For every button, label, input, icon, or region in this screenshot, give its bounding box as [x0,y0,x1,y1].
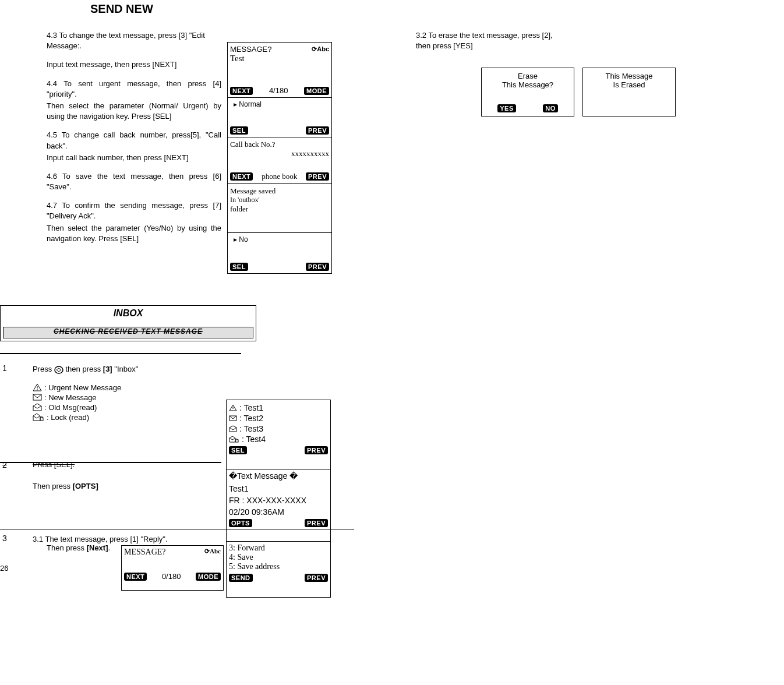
softkey-mode[interactable]: MODE [304,87,329,95]
step-2-number: 2 [2,460,7,469]
screen-inbox-list: : Test1 : Test2 : Test3 : Test4 SEL PREV [226,400,331,469]
softkey-next[interactable]: NEXT [124,573,147,581]
page-number: 26 [0,564,8,573]
step1-label: "Inbox" [114,365,138,373]
msg-line1: �Text Message � [229,471,328,481]
softkey-yes[interactable]: YES [497,104,516,112]
step-1-number: 1 [2,363,7,373]
old-msg-icon [33,403,42,411]
softkey-no[interactable]: NO [543,104,558,112]
message-body: Test [230,54,329,63]
nav-key-icon [54,365,63,374]
inbox-section: INBOX CHECKING RECEIVED TEXT MESSAGE [0,305,256,341]
phone-screens: MESSAGE? ⟳Abc Test NEXT 4/180 MODE ▸ Nor… [227,42,332,274]
erased-line1: This Message [606,72,653,80]
softkey-prev[interactable]: PREV [305,574,328,582]
step3-dot: . [108,543,111,552]
legend-old: : Old Msg(read) [44,403,97,412]
legend-lock: : Lock (read) [47,413,89,422]
screen-opts-menu: 3: Forward 4: Save 5: Save address SEND … [226,542,331,598]
dialog-erased: This Message Is Erased [582,68,676,116]
step2-opts: [OPTS] [73,482,98,490]
softkey-prev[interactable]: PREV [306,263,329,271]
msg-line3: FR : XXX-XXX-XXXX [229,496,328,505]
callback-value: xxxxxxxxxx [230,149,329,158]
para-4-6: 4.6 To save the text message, then press… [47,171,221,192]
mode-indicator: ⟳Abc [204,548,221,557]
left-instructions: 4.3 To change the text message, press [3… [47,30,221,252]
screen-saved: Message saved In 'outbox' folder [227,184,332,233]
para-4-5b: Input call back number, then press [NEXT… [47,153,221,163]
saved-line1: Message saved [230,186,329,196]
ack-value: No [239,235,248,243]
erased-line2: Is Erased [606,80,653,89]
callback-phonebook: phone book [262,172,297,181]
para-4-4b: Then select the parameter (Normal/ Urgen… [47,101,221,122]
erase-line1: Erase [502,72,553,80]
screen-priority: ▸ Normal SEL PREV [227,98,332,137]
inbox-item-3[interactable]: : Test3 [239,424,263,433]
saved-line2: In 'outbox' [230,196,329,204]
divider [0,529,354,529]
inbox-header-box: INBOX CHECKING RECEIVED TEXT MESSAGE [0,305,256,341]
para-4-3b: Input text message, then press [NEXT] [47,59,221,70]
mode-indicator: ⟳Abc [312,45,329,53]
banner-underline [0,353,241,354]
legend-new: : New Message [44,393,97,402]
inbox-item-4[interactable]: : Test4 [242,435,266,444]
softkey-sel[interactable]: SEL [230,263,248,271]
inbox-item-2[interactable]: : Test2 [239,414,263,423]
softkey-next[interactable]: NEXT [230,87,253,95]
step-1: 1 [2,363,7,373]
opts-save[interactable]: 4: Save [229,553,328,562]
svg-rect-7 [235,440,238,442]
step-2-text: Press [SEL]. Then press [OPTS] [33,460,98,490]
step1-key: [3] [103,365,112,373]
step1-then: then press [65,365,101,373]
softkey-sel[interactable]: SEL [230,126,248,135]
softkey-prev[interactable]: PREV [305,519,328,527]
screen-message-view: �Text Message � Test1 FR : XXX-XXX-XXXX … [226,469,331,542]
softkey-prev[interactable]: PREV [305,446,328,454]
para-4-5a: 4.5 To change call back number, press[5]… [47,130,221,151]
new-msg-icon [33,394,42,401]
screen-callback: Call back No.? xxxxxxxxxx NEXT phone boo… [227,137,332,184]
page-title: SEND NEW [90,2,153,16]
para-3-2b: then press [YES] [416,41,591,51]
para-4-7b: Then select the parameter (Yes/No) by us… [47,223,221,244]
char-counter: 0/180 [162,572,181,581]
step2-press: Press [SEL]. [33,460,75,469]
para-4-3a: 4.3 To change the text message, press [3… [47,30,221,51]
legend-urgent: : Urgent New Message [44,383,121,392]
opts-forward[interactable]: 3: Forward [229,543,328,553]
softkey-sel[interactable]: SEL [229,446,247,454]
step-1-text: Press then press [3] "Inbox" : Urgent Ne… [33,365,225,423]
inbox-banner: CHECKING RECEIVED TEXT MESSAGE [3,327,253,338]
reply-header: MESSAGE? [124,548,166,557]
inbox-item-1[interactable]: : Test1 [239,403,263,412]
inbox-title: INBOX [1,306,256,319]
right-instructions: 3.2 To erase the text message, press [2]… [416,30,591,51]
step2-then: Then press [33,482,70,490]
urgent-icon [33,383,42,391]
softkey-prev[interactable]: PREV [306,172,329,181]
char-counter: 4/180 [269,86,288,95]
softkey-prev[interactable]: PREV [306,126,329,135]
softkey-next[interactable]: NEXT [230,172,253,181]
para-4-4a: 4.4 To sent urgent message, then press [… [47,79,221,100]
softkey-opts[interactable]: OPTS [229,519,252,527]
svg-rect-4 [40,418,43,421]
screen-delivery-ack: ▸ No SEL PREV [227,233,332,274]
screen-header: MESSAGE? [230,45,272,54]
saved-line3: folder [230,204,329,214]
step3-then: Then press [47,543,84,552]
erase-line2: This Message? [502,80,553,89]
dialog-erase-confirm: Erase This Message? YES NO [481,68,574,116]
para-4-7a: 4.7 To confirm the sending message, pres… [47,200,221,221]
softkey-send[interactable]: SEND [229,574,253,582]
opts-save-address[interactable]: 5: Save address [229,562,328,571]
screen-edit-message: MESSAGE? ⟳Abc Test NEXT 4/180 MODE [227,42,332,98]
step-2: 2 [2,460,7,469]
step-3: 3 [2,534,7,543]
softkey-mode[interactable]: MODE [196,573,221,581]
